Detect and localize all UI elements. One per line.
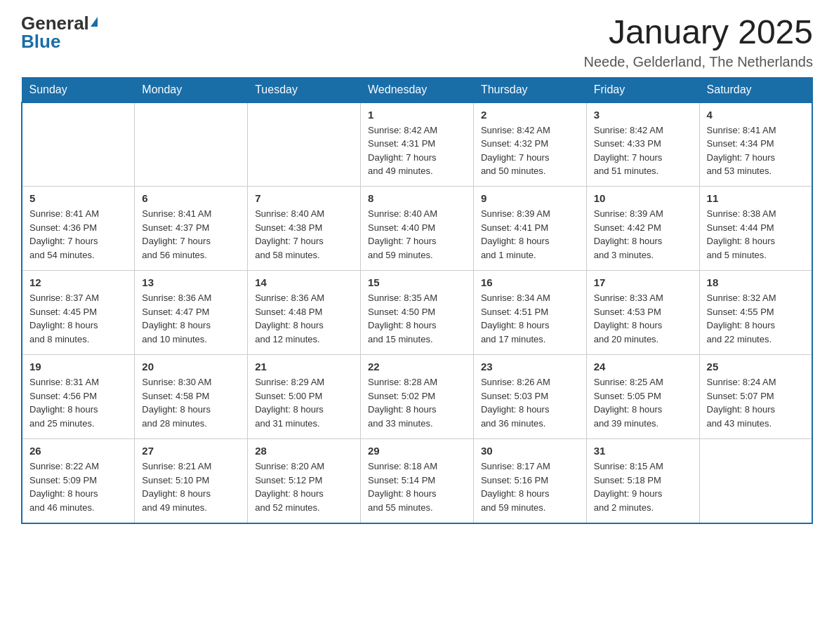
- day-info: Sunrise: 8:36 AM Sunset: 4:47 PM Dayligh…: [142, 291, 240, 346]
- day-info: Sunrise: 8:39 AM Sunset: 4:42 PM Dayligh…: [594, 207, 692, 262]
- calendar-header-monday: Monday: [135, 77, 248, 102]
- day-info: Sunrise: 8:40 AM Sunset: 4:40 PM Dayligh…: [368, 207, 466, 262]
- day-number: 6: [142, 192, 240, 204]
- calendar-cell: 29Sunrise: 8:18 AM Sunset: 5:14 PM Dayli…: [361, 439, 474, 523]
- calendar-cell: 20Sunrise: 8:30 AM Sunset: 4:58 PM Dayli…: [135, 355, 248, 439]
- day-info: Sunrise: 8:21 AM Sunset: 5:10 PM Dayligh…: [142, 459, 240, 514]
- calendar-header-wednesday: Wednesday: [361, 77, 474, 102]
- calendar-cell: 13Sunrise: 8:36 AM Sunset: 4:47 PM Dayli…: [135, 271, 248, 355]
- calendar-cell: 5Sunrise: 8:41 AM Sunset: 4:36 PM Daylig…: [22, 187, 135, 271]
- calendar-cell: 2Sunrise: 8:42 AM Sunset: 4:32 PM Daylig…: [473, 102, 586, 187]
- day-number: 3: [594, 109, 692, 121]
- day-number: 23: [481, 361, 579, 373]
- calendar-cell: 9Sunrise: 8:39 AM Sunset: 4:41 PM Daylig…: [473, 187, 586, 271]
- calendar-header-thursday: Thursday: [473, 77, 586, 102]
- day-info: Sunrise: 8:41 AM Sunset: 4:34 PM Dayligh…: [707, 123, 805, 178]
- day-number: 26: [29, 445, 127, 457]
- day-number: 25: [707, 361, 805, 373]
- title-section: January 2025 Neede, Gelderland, The Neth…: [583, 14, 813, 70]
- day-info: Sunrise: 8:18 AM Sunset: 5:14 PM Dayligh…: [368, 459, 466, 514]
- logo: General Blue: [21, 14, 98, 51]
- calendar-header-saturday: Saturday: [699, 77, 812, 102]
- day-number: 21: [255, 361, 353, 373]
- day-number: 2: [481, 109, 579, 121]
- day-info: Sunrise: 8:25 AM Sunset: 5:05 PM Dayligh…: [594, 375, 692, 430]
- calendar-cell: 31Sunrise: 8:15 AM Sunset: 5:18 PM Dayli…: [586, 439, 699, 523]
- calendar-header-sunday: Sunday: [22, 77, 135, 102]
- day-info: Sunrise: 8:37 AM Sunset: 4:45 PM Dayligh…: [29, 291, 127, 346]
- day-info: Sunrise: 8:36 AM Sunset: 4:48 PM Dayligh…: [255, 291, 353, 346]
- calendar-cell: 27Sunrise: 8:21 AM Sunset: 5:10 PM Dayli…: [135, 439, 248, 523]
- day-info: Sunrise: 8:33 AM Sunset: 4:53 PM Dayligh…: [594, 291, 692, 346]
- calendar-week-2: 5Sunrise: 8:41 AM Sunset: 4:36 PM Daylig…: [22, 187, 812, 271]
- calendar-cell: 22Sunrise: 8:28 AM Sunset: 5:02 PM Dayli…: [361, 355, 474, 439]
- calendar-cell: 4Sunrise: 8:41 AM Sunset: 4:34 PM Daylig…: [699, 102, 812, 187]
- location-text: Neede, Gelderland, The Netherlands: [583, 54, 813, 70]
- calendar-cell: 3Sunrise: 8:42 AM Sunset: 4:33 PM Daylig…: [586, 102, 699, 187]
- day-number: 30: [481, 445, 579, 457]
- day-info: Sunrise: 8:42 AM Sunset: 4:32 PM Dayligh…: [481, 123, 579, 178]
- calendar-cell: [699, 439, 812, 523]
- logo-triangle-icon: [91, 17, 98, 27]
- day-info: Sunrise: 8:32 AM Sunset: 4:55 PM Dayligh…: [707, 291, 805, 346]
- logo-blue-text: Blue: [21, 32, 60, 51]
- calendar-cell: 14Sunrise: 8:36 AM Sunset: 4:48 PM Dayli…: [248, 271, 361, 355]
- calendar-cell: 10Sunrise: 8:39 AM Sunset: 4:42 PM Dayli…: [586, 187, 699, 271]
- month-title: January 2025: [583, 14, 813, 51]
- calendar-cell: 30Sunrise: 8:17 AM Sunset: 5:16 PM Dayli…: [473, 439, 586, 523]
- calendar-cell: 17Sunrise: 8:33 AM Sunset: 4:53 PM Dayli…: [586, 271, 699, 355]
- day-info: Sunrise: 8:24 AM Sunset: 5:07 PM Dayligh…: [707, 375, 805, 430]
- calendar-week-4: 19Sunrise: 8:31 AM Sunset: 4:56 PM Dayli…: [22, 355, 812, 439]
- calendar-week-5: 26Sunrise: 8:22 AM Sunset: 5:09 PM Dayli…: [22, 439, 812, 523]
- day-info: Sunrise: 8:35 AM Sunset: 4:50 PM Dayligh…: [368, 291, 466, 346]
- calendar-cell: 25Sunrise: 8:24 AM Sunset: 5:07 PM Dayli…: [699, 355, 812, 439]
- calendar-cell: 6Sunrise: 8:41 AM Sunset: 4:37 PM Daylig…: [135, 187, 248, 271]
- day-number: 16: [481, 276, 579, 288]
- day-number: 29: [368, 445, 466, 457]
- day-number: 7: [255, 192, 353, 204]
- calendar-cell: [22, 102, 135, 187]
- day-number: 20: [142, 361, 240, 373]
- day-number: 5: [29, 192, 127, 204]
- calendar-cell: [135, 102, 248, 187]
- day-info: Sunrise: 8:17 AM Sunset: 5:16 PM Dayligh…: [481, 459, 579, 514]
- calendar-table: SundayMondayTuesdayWednesdayThursdayFrid…: [21, 77, 813, 524]
- day-info: Sunrise: 8:41 AM Sunset: 4:37 PM Dayligh…: [142, 207, 240, 262]
- day-info: Sunrise: 8:26 AM Sunset: 5:03 PM Dayligh…: [481, 375, 579, 430]
- calendar-header-tuesday: Tuesday: [248, 77, 361, 102]
- calendar-cell: 28Sunrise: 8:20 AM Sunset: 5:12 PM Dayli…: [248, 439, 361, 523]
- calendar-header-row: SundayMondayTuesdayWednesdayThursdayFrid…: [22, 77, 812, 102]
- day-number: 12: [29, 276, 127, 288]
- day-info: Sunrise: 8:42 AM Sunset: 4:31 PM Dayligh…: [368, 123, 466, 178]
- calendar-cell: 15Sunrise: 8:35 AM Sunset: 4:50 PM Dayli…: [361, 271, 474, 355]
- day-info: Sunrise: 8:22 AM Sunset: 5:09 PM Dayligh…: [29, 459, 127, 514]
- day-number: 8: [368, 192, 466, 204]
- day-number: 1: [368, 109, 466, 121]
- day-number: 19: [29, 361, 127, 373]
- calendar-cell: 7Sunrise: 8:40 AM Sunset: 4:38 PM Daylig…: [248, 187, 361, 271]
- day-number: 17: [594, 276, 692, 288]
- day-number: 28: [255, 445, 353, 457]
- day-info: Sunrise: 8:31 AM Sunset: 4:56 PM Dayligh…: [29, 375, 127, 430]
- calendar-cell: 11Sunrise: 8:38 AM Sunset: 4:44 PM Dayli…: [699, 187, 812, 271]
- calendar-week-1: 1Sunrise: 8:42 AM Sunset: 4:31 PM Daylig…: [22, 102, 812, 187]
- day-info: Sunrise: 8:20 AM Sunset: 5:12 PM Dayligh…: [255, 459, 353, 514]
- day-number: 27: [142, 445, 240, 457]
- page-header: General Blue January 2025 Neede, Gelderl…: [21, 14, 813, 70]
- calendar-cell: 19Sunrise: 8:31 AM Sunset: 4:56 PM Dayli…: [22, 355, 135, 439]
- day-info: Sunrise: 8:15 AM Sunset: 5:18 PM Dayligh…: [594, 459, 692, 514]
- day-info: Sunrise: 8:41 AM Sunset: 4:36 PM Dayligh…: [29, 207, 127, 262]
- day-number: 24: [594, 361, 692, 373]
- calendar-cell: 21Sunrise: 8:29 AM Sunset: 5:00 PM Dayli…: [248, 355, 361, 439]
- calendar-cell: 18Sunrise: 8:32 AM Sunset: 4:55 PM Dayli…: [699, 271, 812, 355]
- calendar-cell: 26Sunrise: 8:22 AM Sunset: 5:09 PM Dayli…: [22, 439, 135, 523]
- day-number: 9: [481, 192, 579, 204]
- calendar-cell: 24Sunrise: 8:25 AM Sunset: 5:05 PM Dayli…: [586, 355, 699, 439]
- day-number: 4: [707, 109, 805, 121]
- day-info: Sunrise: 8:34 AM Sunset: 4:51 PM Dayligh…: [481, 291, 579, 346]
- day-number: 11: [707, 192, 805, 204]
- day-number: 13: [142, 276, 240, 288]
- day-info: Sunrise: 8:29 AM Sunset: 5:00 PM Dayligh…: [255, 375, 353, 430]
- day-info: Sunrise: 8:38 AM Sunset: 4:44 PM Dayligh…: [707, 207, 805, 262]
- calendar-week-3: 12Sunrise: 8:37 AM Sunset: 4:45 PM Dayli…: [22, 271, 812, 355]
